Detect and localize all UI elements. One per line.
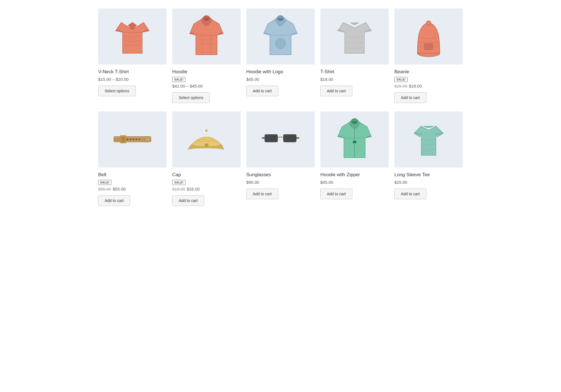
select-options-button-vneck-tshirt[interactable]: Select options xyxy=(98,86,136,96)
product-name-hoodie: Hoodie xyxy=(172,69,187,75)
product-name-vneck-tshirt: V-Neck T-Shirt xyxy=(98,69,129,75)
svg-point-17 xyxy=(130,139,131,140)
svg-point-18 xyxy=(133,139,134,140)
product-name-tshirt: T-Shirt xyxy=(320,69,334,75)
product-card-beanie: BeanieSALE!$20.00$18.00Add to cart xyxy=(394,8,463,103)
sale-badge-belt: SALE! xyxy=(98,180,111,185)
product-card-hoodie-logo: ☺ Hoodie with Logo$45.00Add to cart xyxy=(246,8,315,103)
product-price-sunglasses: $90.00 xyxy=(246,180,259,185)
product-image-tshirt xyxy=(320,8,389,65)
product-card-cap: CapSALE!$18.00$16.00Add to cart xyxy=(172,111,241,206)
sale-badge-cap: SALE! xyxy=(172,180,185,185)
product-image-vneck-tshirt xyxy=(98,8,167,65)
svg-rect-23 xyxy=(262,137,265,139)
product-name-cap: Cap xyxy=(172,172,181,178)
product-name-hoodie-zipper: Hoodie with Zipper xyxy=(320,172,360,178)
svg-rect-8 xyxy=(424,43,433,50)
svg-point-21 xyxy=(204,144,208,146)
add-to-cart-button-longsleeve[interactable]: Add to cart xyxy=(394,189,426,199)
product-image-hoodie-zipper xyxy=(320,111,389,168)
add-to-cart-button-beanie[interactable]: Add to cart xyxy=(394,92,426,103)
product-image-hoodie xyxy=(172,8,241,65)
product-name-longsleeve: Long Sleeve Tee xyxy=(394,172,430,178)
svg-point-20 xyxy=(139,139,140,140)
product-image-sunglasses xyxy=(246,111,315,168)
product-name-belt: Belt xyxy=(98,172,106,178)
product-card-hoodie-zipper: Hoodie with Zipper$45.00Add to cart xyxy=(320,111,389,206)
product-card-tshirt: T-Shirt$18.00Add to cart xyxy=(320,8,389,103)
svg-point-9 xyxy=(426,21,431,25)
add-to-cart-button-hoodie-zipper[interactable]: Add to cart xyxy=(320,189,352,199)
product-price-hoodie-logo: $45.00 xyxy=(246,77,259,82)
svg-text:☺: ☺ xyxy=(279,41,282,46)
add-to-cart-button-belt[interactable]: Add to cart xyxy=(98,195,130,206)
product-image-belt xyxy=(98,111,167,168)
sale-badge-beanie: SALE! xyxy=(394,77,408,82)
svg-point-16 xyxy=(127,139,128,140)
svg-rect-32 xyxy=(353,141,356,143)
product-image-hoodie-logo: ☺ xyxy=(246,8,315,65)
product-card-sunglasses: Sunglasses$90.00Add to cart xyxy=(246,111,315,206)
product-image-cap xyxy=(172,111,241,168)
product-image-beanie xyxy=(394,8,463,65)
product-grid: V-Neck T-Shirt$15.00 – $20.00Select opti… xyxy=(98,8,463,206)
product-price-hoodie: $42.00 – $45.00 xyxy=(172,84,203,88)
svg-point-22 xyxy=(206,130,208,132)
svg-rect-24 xyxy=(296,137,299,139)
product-price-tshirt: $18.00 xyxy=(320,77,333,82)
select-options-button-hoodie[interactable]: Select options xyxy=(172,92,210,103)
product-price-belt: $65.00$55.00 xyxy=(98,187,126,191)
product-price-hoodie-zipper: $45.00 xyxy=(320,180,333,185)
product-name-hoodie-logo: Hoodie with Logo xyxy=(246,69,283,75)
product-price-longsleeve: $25.00 xyxy=(394,180,407,185)
product-card-belt: BeltSALE!$65.00$55.00Add to cart xyxy=(98,111,167,206)
add-to-cart-button-tshirt[interactable]: Add to cart xyxy=(320,86,352,96)
product-card-longsleeve: Long Sleeve Tee$25.00Add to cart xyxy=(394,111,463,206)
product-price-beanie: $20.00$18.00 xyxy=(394,84,422,88)
product-card-hoodie: HoodieSALE!$42.00 – $45.00Select options xyxy=(172,8,241,103)
svg-point-19 xyxy=(136,139,137,140)
sale-badge-hoodie: SALE! xyxy=(172,77,185,82)
add-to-cart-button-sunglasses[interactable]: Add to cart xyxy=(246,189,278,199)
product-price-vneck-tshirt: $15.00 – $20.00 xyxy=(98,77,128,82)
product-price-cap: $18.00$16.00 xyxy=(172,187,200,191)
add-to-cart-button-cap[interactable]: Add to cart xyxy=(172,195,204,206)
product-name-sunglasses: Sunglasses xyxy=(246,172,271,178)
product-card-vneck-tshirt: V-Neck T-Shirt$15.00 – $20.00Select opti… xyxy=(98,8,167,103)
add-to-cart-button-hoodie-logo[interactable]: Add to cart xyxy=(246,86,278,96)
product-image-longsleeve xyxy=(394,111,463,168)
product-name-beanie: Beanie xyxy=(394,69,409,75)
